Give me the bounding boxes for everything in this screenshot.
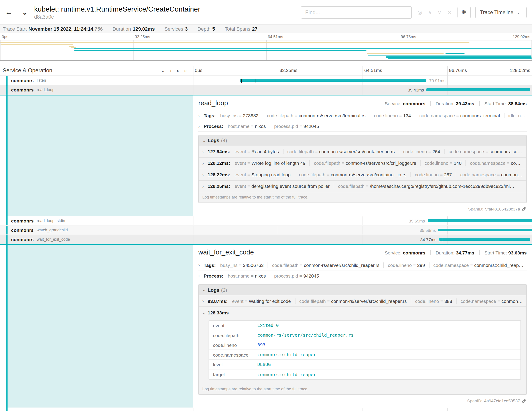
span-row-watch-grandchild[interactable]: conmonrs watch_grandchild 35.58ms bbox=[0, 225, 532, 235]
trace-start-value: November 15 2022, 11:24:14 bbox=[28, 26, 93, 31]
span-duration-bar[interactable] bbox=[438, 229, 532, 231]
process-row[interactable]: › Process: host.name=nixos process.pid=9… bbox=[198, 271, 527, 281]
span-id-value: 4a947cfd1ce59537 bbox=[484, 399, 520, 403]
span-service-name: conmonrs bbox=[11, 87, 34, 93]
header-actions: ◎ ∧ ∨ ✕ ⌘ Trace Timeline ⌄ bbox=[301, 6, 527, 19]
span-operation-name: read_loop_stdin bbox=[37, 218, 65, 223]
chevron-down-icon: ⌄ bbox=[516, 10, 522, 15]
span-name-cell[interactable]: conmonrs watch_grandchild bbox=[0, 225, 193, 235]
span-timeline-cell[interactable]: 70.91ms bbox=[193, 76, 532, 85]
back-button[interactable]: ← bbox=[0, 2, 18, 22]
span-name-cell[interactable]: conmonrs read_loop_stdin bbox=[0, 216, 193, 225]
span-duration-bar[interactable] bbox=[428, 219, 532, 222]
span-operation-name: wait_for_exit_code bbox=[37, 237, 70, 242]
span-row-listen[interactable]: conmonrs listen 70.91ms bbox=[0, 76, 532, 86]
collapse-all-icon[interactable]: » bbox=[175, 69, 181, 72]
span-duration-label: 39.43ms bbox=[408, 86, 424, 95]
span-detail-read-loop: read_loop Service:conmonrs Duration:39.4… bbox=[0, 95, 532, 216]
span-detail-wait-for-exit-code: wait_for_exit_code Service:conmonrs Dura… bbox=[0, 245, 532, 408]
tags-row[interactable]: › Tags: busy_ns=273882 code.filepath=con… bbox=[198, 110, 527, 121]
span-operation-name: listen bbox=[37, 78, 46, 83]
log-marker[interactable] bbox=[440, 238, 440, 242]
log-entry[interactable]: › 128.22ms: event=Stopping read loop cod… bbox=[199, 169, 526, 181]
span-timeline-cell[interactable]: 39.69ms bbox=[193, 216, 532, 225]
focus-match-icon[interactable]: ◎ bbox=[418, 10, 422, 15]
duration-stat: Duration:34.77ms bbox=[430, 250, 474, 255]
trace-minimap[interactable] bbox=[0, 40, 532, 61]
logs-count: (2) bbox=[221, 287, 227, 293]
span-row-read-loop-stdin[interactable]: conmonrs read_loop_stdin 39.69ms bbox=[0, 216, 532, 225]
prev-match-icon[interactable]: ∧ bbox=[428, 10, 432, 15]
span-row-write-exit-path[interactable]: conmonrs write_exit_path 303μs bbox=[0, 408, 532, 411]
log-fields-table: eventExited 0 code.filepathconmon-rs/ser… bbox=[209, 320, 521, 380]
axis-tick: 129.02ms bbox=[510, 68, 530, 73]
back-arrow-icon: ← bbox=[5, 8, 13, 17]
logs-note: Log timestamps are relative to the start… bbox=[199, 192, 526, 202]
services-stat: Services3 bbox=[164, 26, 188, 31]
span-timeline-cell[interactable]: 303μs bbox=[193, 408, 532, 411]
chevron-right-icon: › bbox=[198, 124, 204, 128]
span-row-wait-for-exit-code[interactable]: conmonrs wait_for_exit_code 34.77ms bbox=[0, 235, 532, 245]
span-service-name: conmonrs bbox=[11, 78, 34, 83]
trace-collapse-toggle[interactable]: ⌄ bbox=[18, 2, 31, 22]
trace-view-selector[interactable]: Trace Timeline ⌄ bbox=[475, 6, 527, 18]
span-duration-bar[interactable] bbox=[439, 238, 530, 241]
span-duration-bar[interactable] bbox=[427, 88, 531, 91]
timeline-table-header: Service & Operation ⌄ › » » 0μs 32.25ms … bbox=[0, 66, 532, 76]
collapse-one-icon[interactable]: ⌄ bbox=[161, 68, 165, 73]
log-entry[interactable]: › 127.94ms: event=Read 4 bytes code.file… bbox=[199, 146, 526, 157]
tag-item: code.namespace=conmonrs::child_reap… bbox=[429, 263, 523, 268]
link-icon[interactable] bbox=[522, 206, 527, 211]
axis-tick: 0μs bbox=[195, 68, 202, 73]
log-marker[interactable] bbox=[242, 78, 242, 82]
trace-page: ← ⌄ kubelet: runtime.v1.RuntimeService/C… bbox=[0, 0, 532, 411]
span-timeline-cell[interactable]: 35.58ms bbox=[193, 225, 532, 235]
span-timeline-cell[interactable]: 34.77ms bbox=[193, 235, 532, 244]
trace-title-block: kubelet: runtime.v1.RuntimeService/Creat… bbox=[34, 5, 200, 20]
link-icon[interactable] bbox=[522, 399, 527, 403]
duration-stat: Duration:39.43ms bbox=[430, 101, 474, 106]
span-duration-label: 39.69ms bbox=[409, 216, 425, 225]
logs-header[interactable]: ⌄ Logs (4) bbox=[199, 135, 526, 146]
log-marker[interactable] bbox=[255, 78, 256, 82]
log-marker[interactable] bbox=[442, 238, 442, 242]
log-entry-expanded[interactable]: ⌄ 128.33ms bbox=[199, 307, 526, 319]
span-name-cell[interactable]: conmonrs listen bbox=[0, 76, 193, 85]
axis-tick: 64.51ms bbox=[364, 68, 382, 73]
duration-stat: Duration129.02ms bbox=[113, 26, 155, 31]
log-entry[interactable]: › 93.87ms: event=Waiting for exit code c… bbox=[199, 295, 526, 307]
keyboard-shortcuts-button[interactable]: ⌘ bbox=[457, 6, 471, 18]
trace-view-label: Trace Timeline bbox=[480, 10, 513, 15]
logs-header[interactable]: ⌄ Logs (2) bbox=[199, 285, 526, 295]
log-field: event=Wrote log line of length 49 bbox=[235, 160, 305, 166]
log-entry[interactable]: › 128.12ms: event=Wrote log line of leng… bbox=[199, 157, 526, 169]
expand-one-icon[interactable]: › bbox=[170, 68, 171, 73]
tag-item: code.lineno=134 bbox=[370, 113, 411, 118]
span-name-cell[interactable]: conmonrs write_exit_path bbox=[0, 408, 193, 411]
span-duration-bar[interactable] bbox=[240, 79, 426, 82]
span-service-name: conmonrs bbox=[11, 410, 34, 411]
span-name-cell[interactable]: conmonrs read_loop bbox=[0, 86, 193, 95]
clear-find-icon[interactable]: ✕ bbox=[447, 10, 452, 15]
span-duration-label: 35.58ms bbox=[419, 225, 436, 235]
log-entry[interactable]: › 128.25ms: event=deregistering event so… bbox=[199, 181, 526, 192]
tags-row[interactable]: › Tags: busy_ns=34506763 code.filepath=c… bbox=[198, 260, 527, 271]
span-name-cell[interactable]: conmonrs wait_for_exit_code bbox=[0, 235, 193, 244]
find-controls: ◎ ∧ ∨ ✕ bbox=[418, 10, 452, 15]
span-detail-content: wait_for_exit_code Service:conmonrs Dura… bbox=[193, 245, 532, 408]
chevron-down-icon: ⌄ bbox=[202, 310, 208, 315]
process-row[interactable]: › Process: host.name=nixos process.pid=9… bbox=[198, 121, 527, 132]
expand-collapse-controls: ⌄ › » » bbox=[161, 68, 187, 73]
trace-start-stat: Trace StartNovember 15 2022, 11:24:14.75… bbox=[3, 26, 103, 31]
next-match-icon[interactable]: ∨ bbox=[437, 10, 441, 15]
span-timeline-cell[interactable]: 39.43ms bbox=[193, 86, 532, 95]
expand-all-icon[interactable]: » bbox=[184, 68, 187, 73]
logs-section: ⌄ Logs (2) › 93.87ms: event=Waiting for … bbox=[198, 284, 527, 395]
minimap-span-segment bbox=[0, 42, 469, 43]
minimap-span-segment bbox=[367, 53, 444, 54]
span-row-read-loop[interactable]: conmonrs read_loop 39.43ms bbox=[0, 86, 532, 95]
span-id-row: SpanID: 5faf48165428c37a bbox=[198, 206, 527, 211]
find-input[interactable] bbox=[301, 6, 412, 19]
trace-header: ← ⌄ kubelet: runtime.v1.RuntimeService/C… bbox=[0, 0, 532, 24]
axis-tick: 96.76ms bbox=[449, 68, 467, 73]
